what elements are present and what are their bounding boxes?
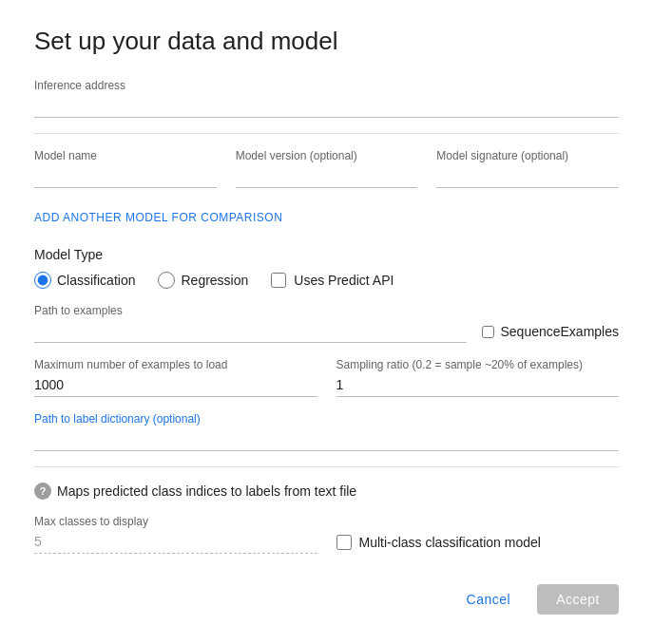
- sequence-examples-label: SequenceExamples: [500, 324, 619, 339]
- max-classes-col: Max classes to display: [34, 515, 317, 554]
- multi-class-col: Multi-class classification model: [336, 535, 620, 554]
- label-dict-label: Path to label dictionary (optional): [34, 412, 619, 426]
- model-name-input[interactable]: [34, 164, 217, 188]
- cancel-button[interactable]: Cancel: [448, 584, 530, 615]
- uses-predict-api-input[interactable]: [271, 273, 286, 288]
- sampling-ratio-input[interactable]: [336, 373, 620, 397]
- model-version-col: Model version (optional): [236, 149, 418, 188]
- label-dict-input[interactable]: [34, 427, 619, 451]
- add-model-section: ADD ANOTHER MODEL FOR COMPARISON: [34, 203, 619, 232]
- maps-info-text: Maps predicted class indices to labels f…: [57, 483, 356, 499]
- model-type-radio-group: Classification Regression Uses Predict A…: [34, 272, 619, 289]
- radio-classification-input[interactable]: [34, 272, 51, 289]
- inference-address-label: Inference address: [34, 79, 619, 92]
- path-to-examples-input-wrap: [34, 319, 467, 343]
- multi-class-checkbox[interactable]: Multi-class classification model: [336, 535, 541, 550]
- uses-predict-api-label: Uses Predict API: [294, 273, 394, 288]
- inference-address-section: Inference address: [34, 79, 619, 118]
- model-type-label: Model Type: [34, 247, 619, 262]
- model-type-section: Model Type Classification Regression Use…: [34, 247, 619, 289]
- divider-1: [34, 133, 619, 134]
- label-dict-section: Path to label dictionary (optional): [34, 412, 619, 451]
- max-classes-label: Max classes to display: [34, 515, 317, 528]
- radio-regression-input[interactable]: [158, 272, 175, 289]
- max-classes-row: Max classes to display Multi-class class…: [34, 515, 619, 554]
- model-signature-label: Model signature (optional): [436, 149, 619, 162]
- max-examples-row: Maximum number of examples to load Sampl…: [34, 358, 619, 397]
- max-classes-input[interactable]: [34, 530, 317, 554]
- model-name-label: Model name: [34, 149, 217, 162]
- model-version-input[interactable]: [236, 164, 418, 188]
- path-to-examples-input[interactable]: [34, 319, 467, 343]
- radio-classification[interactable]: Classification: [34, 272, 135, 289]
- dialog: Set up your data and model Inference add…: [0, 0, 653, 644]
- model-signature-col: Model signature (optional): [436, 149, 619, 188]
- uses-predict-api-checkbox[interactable]: Uses Predict API: [271, 273, 394, 288]
- sampling-ratio-col: Sampling ratio (0.2 = sample ~20% of exa…: [336, 358, 620, 397]
- add-model-link[interactable]: ADD ANOTHER MODEL FOR COMPARISON: [34, 203, 282, 232]
- path-to-examples-row: SequenceExamples: [34, 319, 619, 343]
- model-version-label: Model version (optional): [236, 149, 418, 162]
- model-signature-input[interactable]: [436, 164, 619, 188]
- info-icon: ?: [34, 483, 51, 500]
- max-examples-label: Maximum number of examples to load: [34, 358, 317, 371]
- model-name-col: Model name: [34, 149, 217, 188]
- accept-button[interactable]: Accept: [537, 584, 619, 615]
- max-examples-input[interactable]: [34, 373, 317, 397]
- radio-regression[interactable]: Regression: [158, 272, 248, 289]
- sampling-ratio-label: Sampling ratio (0.2 = sample ~20% of exa…: [336, 358, 620, 371]
- max-examples-col: Maximum number of examples to load: [34, 358, 317, 397]
- path-to-examples-label: Path to examples: [34, 304, 619, 317]
- inference-address-input[interactable]: [34, 94, 619, 118]
- model-fields-row: Model name Model version (optional) Mode…: [34, 149, 619, 188]
- multi-class-label: Multi-class classification model: [359, 535, 541, 550]
- radio-regression-label: Regression: [181, 273, 248, 288]
- path-to-examples-section: Path to examples SequenceExamples: [34, 304, 619, 343]
- radio-classification-label: Classification: [57, 273, 135, 288]
- page-title: Set up your data and model: [34, 27, 619, 56]
- maps-info-row: ? Maps predicted class indices to labels…: [34, 483, 619, 500]
- multi-class-input[interactable]: [336, 535, 352, 550]
- footer: Cancel Accept: [34, 577, 619, 615]
- divider-2: [34, 466, 619, 467]
- sequence-examples-input[interactable]: [482, 326, 494, 338]
- sequence-examples-checkbox[interactable]: SequenceExamples: [482, 324, 619, 339]
